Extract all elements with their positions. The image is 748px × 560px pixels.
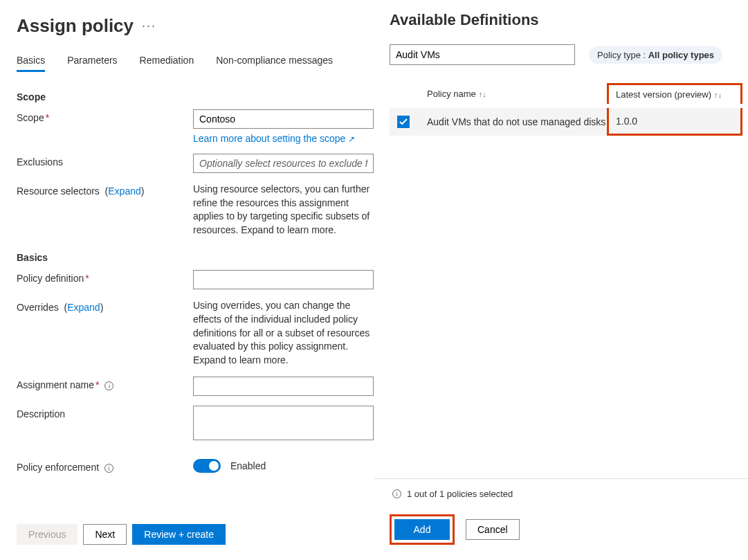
- scope-heading: Scope: [17, 91, 374, 102]
- assignment-name-input[interactable]: [193, 377, 374, 396]
- assign-policy-panel: Assign policy ··· Basics Parameters Reme…: [0, 0, 374, 560]
- assignment-name-label: Assignment name: [17, 379, 94, 390]
- page-title: Assign policy: [17, 15, 134, 37]
- row-version: 1.0.0: [607, 108, 742, 136]
- tabs: Basics Parameters Remediation Non-compli…: [17, 55, 374, 72]
- tab-remediation[interactable]: Remediation: [140, 55, 194, 72]
- tab-noncompliance-messages[interactable]: Non-compliance messages: [216, 55, 333, 72]
- review-create-button[interactable]: Review + create: [132, 524, 226, 545]
- sort-icon: ↑↓: [714, 91, 722, 99]
- info-icon[interactable]: i: [104, 464, 113, 473]
- resource-selectors-hint: Using resource selectors, you can furthe…: [193, 183, 374, 237]
- available-definitions-panel: Available Definitions Policy type : All …: [374, 0, 748, 560]
- exclusions-input[interactable]: [193, 154, 374, 173]
- side-panel-title: Available Definitions: [390, 11, 748, 29]
- resource-selectors-expand[interactable]: Expand: [108, 186, 140, 197]
- description-label: Description: [17, 408, 65, 419]
- table-header: Policy name↑↓ Latest version (preview)↑↓: [390, 79, 742, 108]
- info-icon: i: [392, 489, 401, 498]
- external-link-icon: ↗: [348, 134, 355, 144]
- tab-basics[interactable]: Basics: [17, 55, 45, 72]
- overrides-hint: Using overrides, you can change the effe…: [193, 299, 374, 367]
- scope-label: Scope: [17, 112, 44, 123]
- tab-parameters[interactable]: Parameters: [67, 55, 117, 72]
- scope-input[interactable]: [193, 109, 374, 129]
- definition-search-input[interactable]: [390, 44, 575, 65]
- side-panel-footer: i 1 out of 1 policies selected Add Cance…: [374, 478, 748, 560]
- exclusions-label: Exclusions: [17, 156, 63, 168]
- basics-heading: Basics: [17, 252, 374, 263]
- previous-button: Previous: [17, 524, 77, 545]
- row-checkbox[interactable]: [397, 116, 410, 128]
- cancel-button[interactable]: Cancel: [466, 519, 520, 540]
- selected-count-text: 1 out of 1 policies selected: [407, 489, 513, 499]
- resource-selectors-label: Resource selectors: [17, 186, 100, 197]
- column-latest-version[interactable]: Latest version (preview)↑↓: [616, 89, 722, 100]
- add-button[interactable]: Add: [394, 519, 450, 540]
- overrides-expand[interactable]: Expand: [67, 302, 100, 313]
- row-policy-name: Audit VMs that do not use managed disks: [414, 116, 607, 127]
- overrides-label: Overrides: [17, 302, 59, 313]
- definitions-table: Policy name↑↓ Latest version (preview)↑↓: [390, 79, 742, 136]
- scope-learn-more-link[interactable]: Learn more about setting the scope↗: [193, 133, 355, 144]
- policy-enforcement-value: Enabled: [230, 460, 266, 471]
- column-policy-name[interactable]: Policy name↑↓: [427, 89, 486, 99]
- policy-definition-label: Policy definition: [17, 273, 84, 284]
- description-input[interactable]: [193, 406, 374, 440]
- more-actions-icon[interactable]: ···: [142, 19, 156, 33]
- info-icon[interactable]: i: [104, 381, 113, 390]
- table-row[interactable]: Audit VMs that do not use managed disks …: [390, 108, 742, 136]
- next-button[interactable]: Next: [83, 524, 127, 545]
- sort-icon: ↑↓: [479, 90, 486, 98]
- policy-definition-input[interactable]: [193, 270, 374, 289]
- policy-enforcement-toggle[interactable]: [193, 459, 221, 473]
- wizard-footer: Previous Next Review + create: [17, 524, 226, 545]
- policy-enforcement-label: Policy enforcement: [17, 462, 99, 473]
- checkmark-icon: [399, 118, 408, 126]
- policy-type-filter[interactable]: Policy type : All policy types: [589, 46, 722, 64]
